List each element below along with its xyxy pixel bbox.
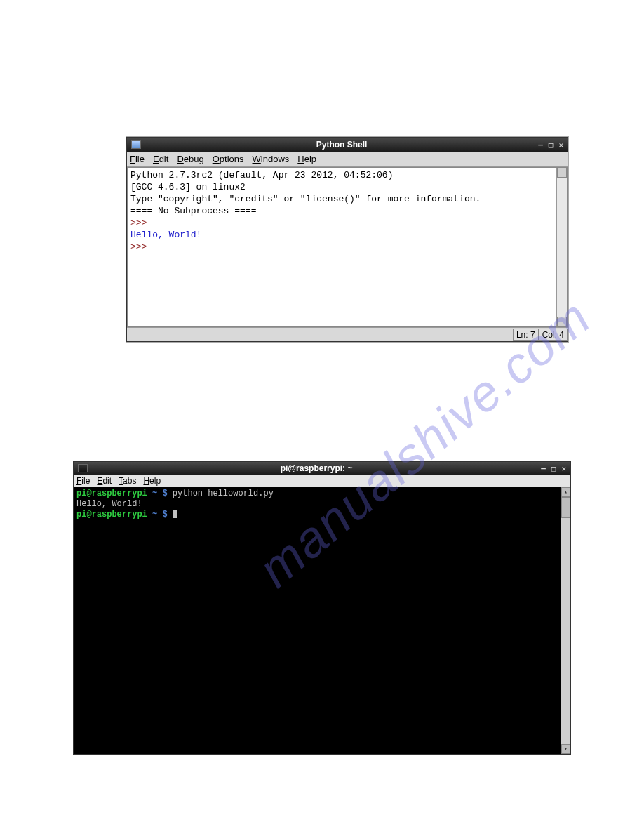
minimize-button[interactable]: – xyxy=(538,140,543,150)
scrollbar[interactable]: ▴ ▾ xyxy=(561,487,570,754)
term-output: Hello, World! xyxy=(76,499,142,509)
menu-debug[interactable]: Debug xyxy=(177,154,203,164)
shell-prompt: >>> xyxy=(130,218,152,228)
titlebar[interactable]: pi@raspberrypi: ~ – □ ✕ xyxy=(74,462,570,475)
menu-help[interactable]: Help xyxy=(297,154,316,164)
close-button[interactable]: ✕ xyxy=(558,140,563,150)
shell-line: Type "copyright", "credits" or "license(… xyxy=(130,194,481,204)
scroll-down-button[interactable] xyxy=(557,317,567,326)
shell-output-area[interactable]: Python 2.7.3rc2 (default, Apr 23 2012, 0… xyxy=(127,167,568,327)
menu-windows[interactable]: Windows xyxy=(253,154,290,164)
scroll-up-button[interactable]: ▴ xyxy=(561,487,570,497)
scroll-thumb[interactable] xyxy=(561,497,570,518)
shell-line: [GCC 4.6.3] on linux2 xyxy=(130,182,246,192)
terminal-output-area[interactable]: pi@raspberrypi ~ $ python helloworld.py … xyxy=(74,487,570,754)
menubar: File Edit Debug Options Windows Help xyxy=(127,152,568,167)
app-icon xyxy=(131,140,141,149)
menu-options[interactable]: Options xyxy=(213,154,244,164)
close-button[interactable]: ✕ xyxy=(561,464,566,473)
python-shell-window: Python Shell – □ ✕ File Edit Debug Optio… xyxy=(126,137,568,342)
maximize-button[interactable]: □ xyxy=(551,464,556,473)
term-cmd: python helloworld.py xyxy=(173,489,274,498)
window-controls: – □ ✕ xyxy=(538,140,568,150)
shell-output: Hello, World! xyxy=(130,230,201,240)
scrollbar[interactable] xyxy=(556,168,567,326)
minimize-button[interactable]: – xyxy=(541,464,546,473)
status-line: Ln: 7 xyxy=(513,329,539,341)
shell-line: Python 2.7.3rc2 (default, Apr 23 2012, 0… xyxy=(130,170,393,180)
term-path: ~ $ xyxy=(147,489,173,498)
menu-help[interactable]: Help xyxy=(143,476,161,486)
shell-prompt: >>> xyxy=(130,241,152,252)
shell-line: ==== No Subprocess ==== xyxy=(130,206,256,216)
term-user: pi@raspberrypi xyxy=(76,510,147,519)
statusbar: Ln: 7 Col: 4 xyxy=(127,327,568,341)
status-col: Col: 4 xyxy=(539,329,568,341)
menu-edit[interactable]: Edit xyxy=(153,154,168,164)
window-title: pi@raspberrypi: ~ xyxy=(92,463,541,473)
menu-file[interactable]: File xyxy=(130,154,145,164)
menu-tabs[interactable]: Tabs xyxy=(119,476,136,486)
cursor xyxy=(173,510,177,518)
term-user: pi@raspberrypi xyxy=(76,489,147,498)
window-controls: – □ ✕ xyxy=(541,464,570,473)
terminal-window: pi@raspberrypi: ~ – □ ✕ File Edit Tabs H… xyxy=(73,461,571,755)
scroll-up-button[interactable] xyxy=(557,168,567,178)
menu-edit[interactable]: Edit xyxy=(97,476,112,486)
menu-file[interactable]: File xyxy=(76,476,90,486)
term-path: ~ $ xyxy=(147,510,173,519)
scroll-down-button[interactable]: ▾ xyxy=(561,744,570,754)
app-icon xyxy=(78,464,88,472)
maximize-button[interactable]: □ xyxy=(549,140,554,150)
menubar: File Edit Tabs Help xyxy=(74,475,570,487)
titlebar[interactable]: Python Shell – □ ✕ xyxy=(127,138,568,152)
window-title: Python Shell xyxy=(145,140,538,150)
